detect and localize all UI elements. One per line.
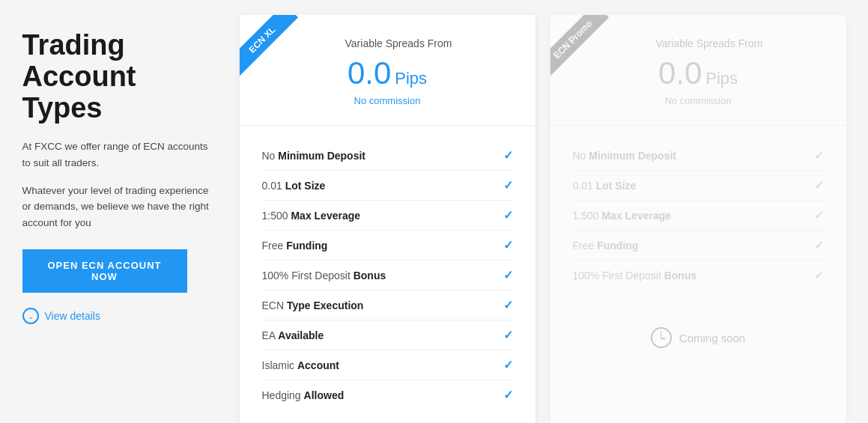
chevron-down-icon: ⌄ [22, 308, 39, 324]
feature-label: 100% First Deposit Bonus [262, 270, 386, 282]
feature-label: Free Funding [262, 240, 328, 252]
ecn-promo-spreads-label: Variable Spreads From [595, 37, 824, 49]
check-icon: ✓ [814, 238, 824, 252]
ecn-xl-badge-label: ECN XL [240, 15, 298, 76]
feature-lot-size: 0.01 Lot Size ✓ [262, 171, 513, 201]
ecn-xl-badge: ECN XL [240, 15, 307, 82]
ecn-promo-badge: ECN Promo [550, 15, 618, 82]
feature-label: Free Funding [573, 240, 639, 252]
feature-label: 0.01 Lot Size [573, 180, 637, 192]
feature-ea-available: EA Available ✓ [262, 320, 513, 350]
view-details-label: View details [45, 310, 100, 322]
ecn-xl-features: No Minimum Deposit ✓ 0.01 Lot Size ✓ 1:5… [240, 126, 535, 423]
ecn-promo-badge-label: ECN Promo [550, 15, 609, 76]
feature-label: Islamic Account [262, 359, 339, 371]
check-icon: ✓ [503, 148, 513, 162]
feature-label: No Minimum Deposit [573, 150, 676, 162]
feature-hedging-allowed: Hedging Allowed ✓ [262, 380, 513, 410]
check-icon: ✓ [503, 388, 513, 402]
page-title: Trading Account Types [22, 30, 217, 124]
check-icon: ✓ [503, 268, 513, 282]
check-icon: ✓ [814, 208, 824, 222]
feature-label: 0.01 Lot Size [262, 180, 326, 192]
card-ecn-promo: ECN Promo Variable Spreads From 0.0 Pips… [550, 15, 846, 423]
check-icon: ✓ [814, 148, 824, 162]
left-panel: Trading Account Types At FXCC we offer r… [22, 15, 217, 339]
ecn-xl-pips-value: 0.0 [347, 55, 391, 91]
feature-islamic-account: Islamic Account ✓ [262, 350, 513, 380]
description-2: Whatever your level of trading experienc… [22, 183, 217, 231]
check-icon: ✓ [503, 298, 513, 312]
promo-feature-max-leverage: 1:500 Max Leverage ✓ [573, 201, 824, 231]
promo-feature-first-deposit-bonus: 100% First Deposit Bonus ✓ [573, 261, 824, 290]
ecn-xl-commission: No commission [262, 95, 513, 106]
feature-label: 1:500 Max Leverage [573, 210, 672, 222]
feature-label: No Minimum Deposit [262, 150, 365, 162]
check-icon: ✓ [503, 178, 513, 192]
view-details-link[interactable]: ⌄ View details [22, 308, 217, 324]
feature-no-minimum-deposit: No Minimum Deposit ✓ [262, 141, 513, 171]
ecn-promo-pips-value: 0.0 [658, 55, 702, 91]
ecn-promo-features: No Minimum Deposit ✓ 0.01 Lot Size ✓ 1:5… [550, 126, 846, 305]
feature-ecn-type-execution: ECN Type Execution ✓ [262, 290, 513, 320]
cards-area: ECN XL Variable Spreads From 0.0 Pips No… [240, 15, 846, 423]
feature-label: ECN Type Execution [262, 299, 364, 311]
feature-label: 1:500 Max Leverage [262, 210, 361, 222]
ecn-xl-pips-unit: Pips [395, 69, 427, 88]
feature-free-funding: Free Funding ✓ [262, 231, 513, 261]
description-1: At FXCC we offer range of ECN accounts t… [22, 139, 217, 171]
coming-soon-label: Coming soon [679, 332, 745, 344]
check-icon: ✓ [503, 208, 513, 222]
promo-feature-no-minimum-deposit: No Minimum Deposit ✓ [573, 141, 824, 171]
ecn-promo-pips-unit: Pips [705, 69, 738, 88]
ecn-promo-commission: No commission [573, 95, 824, 106]
feature-label: EA Available [262, 329, 324, 341]
promo-feature-free-funding: Free Funding ✓ [573, 231, 824, 261]
card-ecn-promo-header: ECN Promo Variable Spreads From 0.0 Pips… [550, 15, 846, 126]
clock-icon [651, 327, 672, 348]
feature-first-deposit-bonus: 100% First Deposit Bonus ✓ [262, 261, 513, 290]
check-icon: ✓ [503, 358, 513, 372]
check-icon: ✓ [503, 238, 513, 252]
feature-label: 100% First Deposit Bonus [573, 270, 697, 282]
card-ecn-xl-header: ECN XL Variable Spreads From 0.0 Pips No… [240, 15, 535, 126]
page-wrapper: Trading Account Types At FXCC we offer r… [22, 15, 846, 423]
card-ecn-xl: ECN XL Variable Spreads From 0.0 Pips No… [240, 15, 535, 423]
feature-max-leverage: 1:500 Max Leverage ✓ [262, 201, 513, 231]
ecn-xl-spreads-label: Variable Spreads From [285, 37, 513, 49]
check-icon: ✓ [814, 178, 824, 192]
feature-label: Hedging Allowed [262, 389, 345, 401]
coming-soon-section: Coming soon [550, 312, 846, 371]
check-icon: ✓ [503, 328, 513, 342]
open-ecn-account-button[interactable]: OPEN ECN ACCOUNT NOW [22, 249, 187, 293]
check-icon: ✓ [814, 268, 824, 282]
promo-feature-lot-size: 0.01 Lot Size ✓ [573, 171, 824, 201]
